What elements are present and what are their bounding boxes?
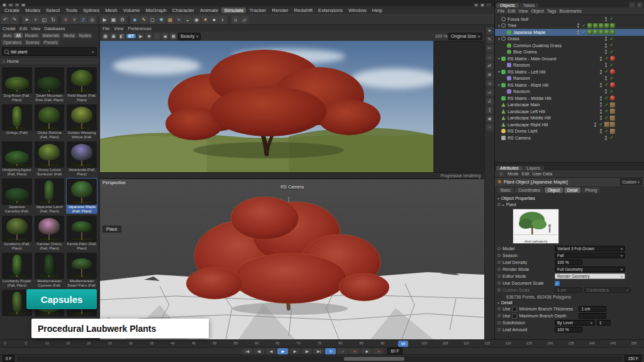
render-visibility-dot[interactable] bbox=[605, 65, 607, 67]
detail-row-subdivision[interactable]: SubdivisionBy Level▾1 bbox=[497, 319, 642, 326]
maple-material-tag[interactable] bbox=[599, 23, 604, 28]
asset-item-lombardy-poplar[interactable]: Lombardy Poplar (Fall, Plant) bbox=[1, 252, 33, 288]
editor-visibility-dot[interactable] bbox=[600, 70, 602, 72]
snapshot-icon[interactable]: ▣ bbox=[110, 33, 117, 40]
render-visibility-dot[interactable] bbox=[600, 118, 602, 120]
clear-search-icon[interactable]: × bbox=[91, 49, 94, 55]
enabled-check-icon[interactable]: ✓ bbox=[581, 23, 587, 28]
object-row-rs-matrix-middle-hill[interactable]: RS Matrix - Middle Hill✓ bbox=[495, 95, 644, 102]
param-row-custom-scale[interactable]: Custom Scale1 cmCentimeters▾ bbox=[497, 287, 642, 293]
editor-visibility-dot[interactable] bbox=[600, 57, 602, 58]
tab-layers[interactable]: Layers bbox=[523, 166, 544, 170]
maple-material-tag[interactable] bbox=[587, 23, 592, 28]
keyframe-dot[interactable] bbox=[497, 307, 501, 310]
filter-tab-auto[interactable]: Auto bbox=[1, 33, 13, 38]
maximum-branch-depth-use-checkbox[interactable] bbox=[512, 314, 517, 319]
expand-arrow-icon[interactable]: ▾ bbox=[497, 24, 501, 28]
asset-item-dwarf-mountain-pine[interactable]: Dwarf Mountain Pine (Fall, Plant) bbox=[34, 67, 65, 102]
editor-visibility-dot[interactable] bbox=[605, 43, 607, 45]
visibility-dots[interactable] bbox=[575, 30, 581, 35]
editor-mode-dropdown[interactable]: Render Geometry▾ bbox=[555, 273, 625, 279]
object-row-common-quaking-grass[interactable]: Common Quaking Grass✓ bbox=[495, 42, 644, 49]
expand-arrow-icon[interactable]: ▾ bbox=[497, 70, 501, 74]
visibility-dots[interactable] bbox=[597, 83, 604, 87]
asset-item-hedgehog-agave[interactable]: Hedgehog Agave (Fall, Plant) bbox=[1, 141, 33, 177]
asset-menu-databases[interactable]: Databases bbox=[44, 26, 65, 31]
visibility-dots[interactable] bbox=[602, 89, 609, 94]
tan-material-tag[interactable] bbox=[610, 129, 615, 134]
asset-item-dog-rose[interactable]: Dog-Rose (Fall, Plant) bbox=[1, 67, 33, 102]
render-visibility-dot[interactable] bbox=[600, 59, 602, 61]
menu-item-render[interactable]: Render bbox=[269, 8, 291, 13]
object-row-random[interactable]: Random✓ bbox=[495, 62, 644, 69]
compare-icon[interactable]: ◧ bbox=[118, 33, 125, 40]
filter-tab-nodes[interactable]: Nodes bbox=[77, 33, 93, 38]
render-visibility-dot[interactable] bbox=[605, 92, 607, 94]
editor-visibility-dot[interactable] bbox=[605, 17, 607, 19]
editor-visibility-dot[interactable] bbox=[600, 96, 602, 98]
loop-button[interactable]: ↻ bbox=[325, 348, 336, 354]
prev-frame-button[interactable]: ◀ bbox=[265, 348, 276, 354]
asset-item-mediterranean-dwarf-palm[interactable]: Mediterranean Dwarf Palm (Fall, Plant) bbox=[66, 252, 97, 288]
visibility-dots[interactable] bbox=[597, 109, 604, 114]
param-row-model[interactable]: ModelVariant 3 Full-Grown▾ bbox=[497, 245, 642, 252]
simulation-icon[interactable]: ≈ bbox=[175, 16, 183, 24]
menu-item-simulate[interactable]: Simulate bbox=[221, 8, 246, 13]
keyframe-dot[interactable] bbox=[497, 314, 501, 317]
rendered-image[interactable] bbox=[100, 41, 433, 173]
expand-arrow-icon[interactable]: ▾ bbox=[497, 37, 501, 41]
tab-attributes[interactable]: Attributes bbox=[496, 166, 523, 170]
visibility-dots[interactable] bbox=[602, 63, 609, 67]
perspective-viewport[interactable]: Perspective RS Camera Place X Y Z bbox=[100, 179, 484, 339]
region-icon[interactable]: ◌ bbox=[153, 33, 160, 40]
filter-tab-materials[interactable]: Materials bbox=[41, 33, 61, 38]
camera-icon[interactable]: ◉ bbox=[486, 115, 494, 123]
object-manager-menu-view[interactable]: View bbox=[518, 9, 528, 13]
search-input[interactable]: fall plant bbox=[11, 50, 89, 54]
magnet-icon[interactable]: ∩ bbox=[486, 53, 494, 61]
object-row-rs-matrix-right-hill[interactable]: ▾RS Matrix - Right Hill✓ bbox=[495, 82, 644, 89]
live-selection-icon[interactable]: ➤ bbox=[23, 16, 31, 24]
asset-menu-edit[interactable]: Edit bbox=[19, 26, 27, 31]
filter-icon[interactable]: ≡ bbox=[636, 2, 643, 8]
enabled-check-icon[interactable]: ✓ bbox=[609, 76, 614, 81]
object-row-tree[interactable]: ▾Tree✓ bbox=[495, 23, 644, 30]
axis-z-icon[interactable]: Z bbox=[79, 16, 87, 24]
tan-material-tag[interactable] bbox=[604, 122, 609, 127]
stop-icon[interactable]: ■ bbox=[145, 33, 152, 40]
asset-item-kentia-palm[interactable]: Kentia Palm (Fall, Plant) bbox=[66, 215, 97, 251]
minimum-branch-thickness-use-checkbox[interactable] bbox=[512, 307, 517, 312]
render-visibility-dot[interactable] bbox=[600, 112, 602, 114]
asset-item-honey-locust-sunburst[interactable]: Honey Locust 'Sunburst' (Fall, Plant) bbox=[34, 141, 65, 177]
sound-button[interactable]: ♪ bbox=[337, 348, 348, 354]
rotate-icon[interactable]: ↻ bbox=[49, 16, 57, 24]
leaf-amount-field[interactable]: 100 % bbox=[555, 327, 582, 332]
keyframe-dot[interactable] bbox=[497, 254, 501, 257]
menu-item-help[interactable]: Help bbox=[369, 8, 384, 13]
param-row-render-mode[interactable]: Render ModeFull Geometry▾ bbox=[497, 266, 642, 273]
enabled-check-icon[interactable]: ✓ bbox=[609, 50, 614, 55]
object-row-landscape-middle-hill[interactable]: Landscape Middle Hill✓ bbox=[495, 115, 644, 122]
menu-item-extensions[interactable]: Extensions bbox=[316, 8, 345, 13]
menu-item-create[interactable]: Create bbox=[2, 8, 22, 13]
model-dropdown[interactable]: Variant 3 Full-Grown▾ bbox=[555, 246, 625, 251]
play-icon[interactable]: ▶ bbox=[137, 33, 144, 40]
axis-x-icon[interactable]: X bbox=[62, 16, 70, 24]
menu-item-animate[interactable]: Animate bbox=[197, 8, 221, 13]
asset-item-ginkgo[interactable]: Ginkgo (Fall) bbox=[1, 104, 33, 140]
scale-icon[interactable]: ◱ bbox=[40, 16, 48, 24]
detail-row-minimum-branch-thickness[interactable]: UseMinimum Branch Thickness1 cm bbox=[497, 305, 642, 312]
maple-material-tag[interactable] bbox=[599, 30, 604, 35]
maple-material-tag[interactable] bbox=[604, 30, 609, 35]
custom-scale-unit-dropdown[interactable]: Centimeters▾ bbox=[584, 287, 631, 293]
sky-icon[interactable]: ◐ bbox=[219, 16, 227, 24]
visibility-dots[interactable] bbox=[602, 136, 609, 140]
render-visibility-dot[interactable] bbox=[605, 19, 607, 21]
attr-tab-detail[interactable]: Detail bbox=[564, 187, 581, 193]
enabled-check-icon[interactable]: ✓ bbox=[609, 63, 614, 68]
detail-section-header[interactable]: ▾ Detail bbox=[497, 300, 642, 305]
editor-visibility-dot[interactable] bbox=[600, 116, 602, 118]
menu-item-tracker[interactable]: Tracker bbox=[247, 8, 269, 13]
object-manager-menu-file[interactable]: File bbox=[497, 9, 504, 13]
visibility-dots[interactable] bbox=[592, 123, 598, 127]
